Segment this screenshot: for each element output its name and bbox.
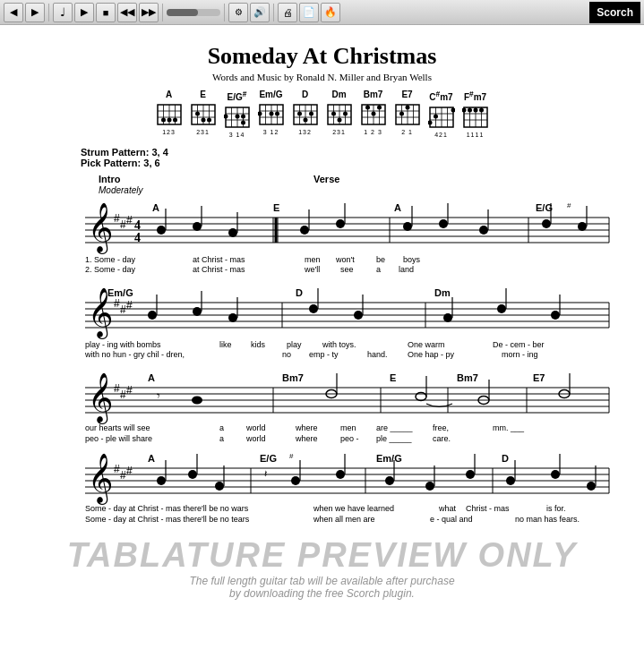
print-button[interactable]: 🖨 bbox=[278, 3, 297, 22]
svg-text:A: A bbox=[148, 453, 155, 464]
svg-text:#: # bbox=[114, 382, 120, 395]
svg-point-53 bbox=[337, 118, 341, 123]
speaker-button[interactable]: 🔊 bbox=[250, 3, 270, 22]
svg-point-163 bbox=[148, 311, 157, 320]
svg-text:E: E bbox=[273, 202, 279, 213]
chord-csm7: C#m7 421 bbox=[428, 90, 455, 138]
svg-point-130 bbox=[479, 226, 488, 235]
svg-point-254 bbox=[157, 476, 166, 485]
song-title: Someday At Christmas bbox=[0, 43, 644, 70]
svg-text:𝄽: 𝄽 bbox=[264, 470, 267, 477]
chord-diagrams: A 123 E bbox=[0, 90, 644, 138]
svg-text:hand.: hand. bbox=[367, 350, 388, 359]
watermark: TABLATURE PREVIEW ONLY The full length g… bbox=[0, 536, 644, 600]
svg-text:Bm7: Bm7 bbox=[282, 372, 304, 383]
svg-point-87 bbox=[462, 108, 467, 113]
svg-text:#: # bbox=[120, 218, 126, 231]
svg-text:ple _____: ple _____ bbox=[376, 434, 413, 443]
rewind-button[interactable]: ◀◀ bbox=[117, 3, 137, 22]
svg-text:peo - ple will share: peo - ple will share bbox=[85, 434, 152, 443]
svg-point-36 bbox=[275, 112, 279, 116]
svg-point-8 bbox=[173, 118, 177, 123]
svg-point-169 bbox=[309, 304, 318, 313]
svg-point-269 bbox=[466, 470, 475, 479]
strum-pattern: Strum Pattern: 3, 4 bbox=[81, 147, 644, 158]
svg-text:land: land bbox=[399, 265, 414, 274]
svg-point-265 bbox=[385, 476, 394, 485]
svg-text:#: # bbox=[114, 212, 120, 225]
svg-point-6 bbox=[161, 118, 166, 123]
slider-area bbox=[167, 9, 220, 16]
stop-button[interactable]: ■ bbox=[96, 3, 116, 22]
svg-text:be: be bbox=[376, 255, 385, 264]
svg-point-116 bbox=[228, 228, 237, 237]
svg-point-54 bbox=[343, 112, 348, 116]
chord-emg: Em/G 3 12 bbox=[258, 90, 285, 135]
svg-text:world: world bbox=[245, 434, 266, 443]
svg-text:see: see bbox=[340, 265, 354, 274]
svg-text:when we have learned: when we have learned bbox=[313, 504, 394, 513]
chord-e: E 231 bbox=[190, 90, 217, 135]
svg-text:play - ing with bombs: play - ing with bombs bbox=[85, 340, 161, 349]
svg-point-126 bbox=[403, 222, 412, 231]
patterns-section: Strum Pattern: 3, 4 Pick Pattern: 3, 6 bbox=[81, 147, 644, 168]
svg-point-261 bbox=[291, 476, 300, 485]
back-button[interactable]: ◀ bbox=[4, 3, 23, 22]
svg-text:with toys.: with toys. bbox=[322, 340, 356, 349]
svg-text:D: D bbox=[502, 453, 509, 464]
svg-text:Some - day at Christ - mas the: Some - day at Christ - mas there'll be n… bbox=[85, 515, 250, 524]
svg-text:1. Some - day: 1. Some - day bbox=[85, 255, 136, 264]
svg-point-7 bbox=[167, 118, 171, 123]
svg-text:2. Some - day: 2. Some - day bbox=[85, 265, 136, 274]
settings-button[interactable]: ⚙ bbox=[228, 3, 248, 22]
svg-text:Intro: Intro bbox=[99, 174, 121, 184]
svg-text:Em/G: Em/G bbox=[376, 453, 402, 464]
bookmark-button[interactable]: 📄 bbox=[299, 3, 319, 22]
svg-text:a: a bbox=[219, 423, 224, 432]
svg-point-26 bbox=[241, 121, 245, 125]
svg-text:#: # bbox=[126, 299, 133, 312]
svg-text:boys: boys bbox=[403, 255, 421, 264]
svg-point-173 bbox=[443, 313, 452, 322]
note-button[interactable]: ♩ bbox=[53, 3, 73, 22]
song-subtitle: Words and Music by Ronald N. Miller and … bbox=[0, 72, 644, 82]
svg-point-175 bbox=[497, 304, 506, 313]
svg-point-79 bbox=[434, 115, 438, 119]
fastforward-button[interactable]: ▶▶ bbox=[139, 3, 159, 22]
svg-text:men: men bbox=[340, 423, 356, 432]
svg-text:#: # bbox=[289, 452, 294, 460]
forward-button[interactable]: ▶ bbox=[25, 3, 45, 22]
svg-point-273 bbox=[551, 470, 560, 479]
volume-slider[interactable] bbox=[167, 9, 220, 16]
svg-text:won't: won't bbox=[335, 255, 355, 264]
play-button[interactable]: ▶ bbox=[74, 3, 94, 22]
svg-point-45 bbox=[309, 112, 313, 116]
svg-text:peo -: peo - bbox=[340, 434, 359, 443]
svg-point-263 bbox=[336, 470, 345, 479]
svg-text:our  hearts will see: our hearts will see bbox=[85, 423, 150, 432]
svg-text:#: # bbox=[126, 214, 133, 226]
svg-text:no man has fears.: no man has fears. bbox=[515, 515, 580, 524]
flame-button[interactable]: 🔥 bbox=[321, 3, 340, 22]
svg-text:A: A bbox=[152, 202, 159, 213]
chord-d: D 132 bbox=[292, 90, 319, 135]
svg-text:at  Christ - mas: at Christ - mas bbox=[193, 255, 245, 264]
svg-text:#: # bbox=[114, 297, 120, 310]
svg-text:#: # bbox=[114, 463, 120, 475]
title-section: Someday At Christmas Words and Music by … bbox=[0, 25, 644, 82]
svg-text:4: 4 bbox=[134, 218, 141, 232]
svg-text:like: like bbox=[219, 340, 232, 349]
svg-point-43 bbox=[297, 112, 302, 116]
watermark-line3: by downloading the free Scorch plugin. bbox=[0, 587, 644, 600]
svg-text:are _____: are _____ bbox=[376, 423, 414, 432]
svg-point-271 bbox=[506, 476, 515, 485]
svg-point-27 bbox=[241, 115, 245, 119]
svg-point-275 bbox=[587, 482, 596, 491]
svg-text:𝄞: 𝄞 bbox=[88, 202, 113, 254]
chord-a: A 123 bbox=[156, 90, 183, 135]
svg-point-17 bbox=[207, 118, 211, 123]
svg-text:mm. ___: mm. ___ bbox=[493, 423, 525, 432]
svg-text:no: no bbox=[282, 350, 291, 359]
svg-point-15 bbox=[195, 112, 200, 116]
svg-text:One warm: One warm bbox=[408, 340, 445, 349]
